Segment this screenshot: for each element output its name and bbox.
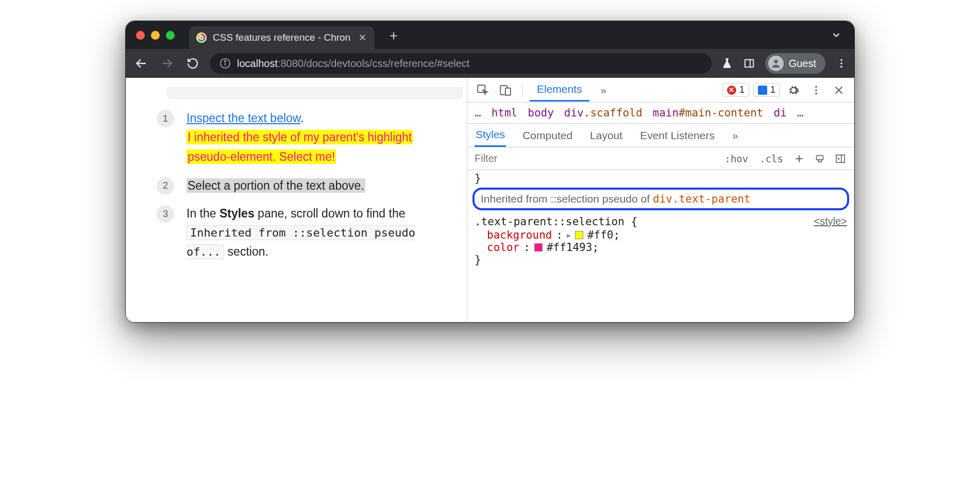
step-1: Inspect the text below. I inherited the … [157, 109, 458, 167]
site-info-icon[interactable] [219, 58, 231, 69]
browser-tab[interactable]: CSS features reference - Chron ✕ [189, 26, 375, 49]
color-swatch-yellow[interactable] [575, 231, 583, 239]
svg-rect-5 [745, 60, 753, 68]
svg-point-14 [815, 86, 817, 88]
minimize-window-button[interactable] [151, 31, 160, 40]
titlebar: CSS features reference - Chron ✕ ＋ [126, 21, 854, 49]
expand-icon[interactable]: ▶ [567, 231, 571, 239]
page-banner [167, 87, 463, 99]
breadcrumb-body[interactable]: body [528, 107, 554, 119]
inherit-prefix: Inherited from ::selection pseudo of [481, 193, 650, 205]
tab-title: CSS features reference - Chron [213, 32, 352, 43]
inspect-link[interactable]: Inspect the text below [187, 111, 300, 125]
error-count: 1 [739, 85, 745, 95]
forward-button[interactable] [159, 57, 175, 70]
device-toggle-button[interactable] [496, 81, 515, 99]
period: . [300, 111, 303, 125]
browser-toolbar: localhost:8080/docs/devtools/css/referen… [126, 49, 854, 78]
prop-color: color [487, 241, 519, 254]
content-area: Inspect the text below. I inherited the … [126, 78, 854, 322]
maximize-window-button[interactable] [166, 31, 175, 40]
hov-toggle[interactable]: :hov [720, 151, 752, 166]
svg-point-9 [840, 62, 842, 64]
errors-badge[interactable]: ✕ 1 [722, 83, 749, 97]
svg-rect-13 [505, 88, 511, 95]
subtab-styles[interactable]: Styles [475, 124, 506, 147]
styles-subtabs: Styles Computed Layout Event Listeners » [467, 124, 854, 147]
cls-toggle[interactable]: .cls [755, 151, 787, 166]
step-3-text-a: In the [187, 207, 219, 220]
instruction-list: Inspect the text below. I inherited the … [157, 109, 458, 261]
code-snippet: Inherited from ::selection pseudo of... [187, 225, 415, 259]
declaration-color[interactable]: color: #ff1493; [472, 241, 849, 254]
step-3-text-c: pane, scroll down to find the [255, 207, 405, 220]
settings-button[interactable] [784, 81, 803, 99]
val-color: #ff1493; [547, 241, 599, 254]
rule-selector[interactable]: .text-parent::selection { [475, 215, 637, 228]
breadcrumb-ellipsis-right[interactable]: … [797, 107, 804, 119]
svg-point-15 [815, 89, 817, 91]
message-count: 1 [770, 85, 775, 95]
new-tab-button[interactable]: ＋ [387, 26, 400, 44]
url-text: localhost:8080/docs/devtools/css/referen… [237, 58, 469, 70]
styles-filter-row: :hov .cls [467, 147, 854, 170]
breadcrumb-main[interactable]: main#main-content [653, 107, 764, 119]
panel-icon[interactable] [744, 58, 755, 69]
kebab-menu-button[interactable] [807, 81, 825, 99]
rule-source-link[interactable]: <style> [814, 215, 847, 228]
svg-point-16 [815, 92, 817, 94]
inherit-selector: div.text-parent [653, 193, 751, 205]
prop-background: background [487, 229, 552, 241]
page-viewport: Inspect the text below. I inherited the … [126, 78, 467, 322]
tabs-more-button[interactable]: » [594, 80, 614, 101]
message-icon [758, 86, 767, 95]
profile-button[interactable]: Guest [765, 53, 825, 74]
styles-filter-input[interactable] [475, 153, 717, 164]
close-tab-button[interactable]: ✕ [359, 32, 366, 43]
address-bar[interactable]: localhost:8080/docs/devtools/css/referen… [210, 53, 712, 74]
tabs-dropdown-button[interactable] [831, 29, 842, 41]
subtab-layout[interactable]: Layout [589, 125, 623, 146]
step-3: In the Styles pane, scroll down to find … [157, 204, 458, 261]
svg-point-8 [840, 59, 842, 61]
new-style-rule-button[interactable] [790, 150, 808, 168]
toggle-sidebar-button[interactable] [832, 150, 849, 168]
styles-pane: } Inherited from ::selection pseudo of d… [467, 170, 854, 271]
devtools-panel: Elements » ✕ 1 1 [467, 78, 854, 322]
messages-badge[interactable]: 1 [753, 83, 780, 97]
dom-breadcrumb[interactable]: … html body div.scaffold main#main-conte… [467, 103, 854, 124]
close-devtools-button[interactable] [830, 81, 848, 99]
color-swatch-pink[interactable] [534, 243, 543, 252]
labs-icon[interactable] [721, 57, 733, 70]
menu-button[interactable] [836, 58, 847, 69]
profile-label: Guest [789, 58, 816, 70]
declaration-background[interactable]: background: ▶ #ff0; [472, 229, 849, 241]
avatar-icon [768, 56, 784, 71]
separator [522, 83, 522, 97]
val-background: #ff0; [587, 229, 620, 241]
subtab-computed[interactable]: Computed [521, 125, 573, 146]
subtab-event-listeners[interactable]: Event Listeners [639, 125, 716, 146]
chrome-favicon-icon [196, 32, 207, 43]
subtab-more[interactable]: » [731, 125, 739, 146]
devtools-toolbar: Elements » ✕ 1 1 [467, 78, 854, 103]
breadcrumb-html[interactable]: html [492, 107, 518, 119]
styles-word: Styles [219, 207, 255, 220]
toolbar-actions: Guest [721, 53, 847, 74]
prev-rule-close: } [472, 172, 849, 185]
tab-elements[interactable]: Elements [530, 79, 589, 102]
svg-point-4 [225, 60, 226, 61]
highlighted-text[interactable]: I inherited the style of my parent's hig… [187, 130, 413, 164]
breadcrumb-ellipsis-left[interactable]: … [475, 107, 481, 119]
svg-point-7 [774, 60, 778, 63]
inspect-element-button[interactable] [474, 81, 492, 99]
paint-flash-button[interactable] [811, 150, 829, 168]
breadcrumb-div[interactable]: div.scaffold [564, 107, 643, 119]
reload-button[interactable] [184, 57, 201, 70]
back-button[interactable] [133, 57, 149, 70]
inherited-section-header[interactable]: Inherited from ::selection pseudo of div… [472, 188, 849, 210]
close-window-button[interactable] [136, 31, 145, 40]
window-controls [136, 31, 175, 40]
breadcrumb-di[interactable]: di [774, 107, 787, 119]
step-2-text[interactable]: Select a portion of the text above. [187, 178, 365, 193]
